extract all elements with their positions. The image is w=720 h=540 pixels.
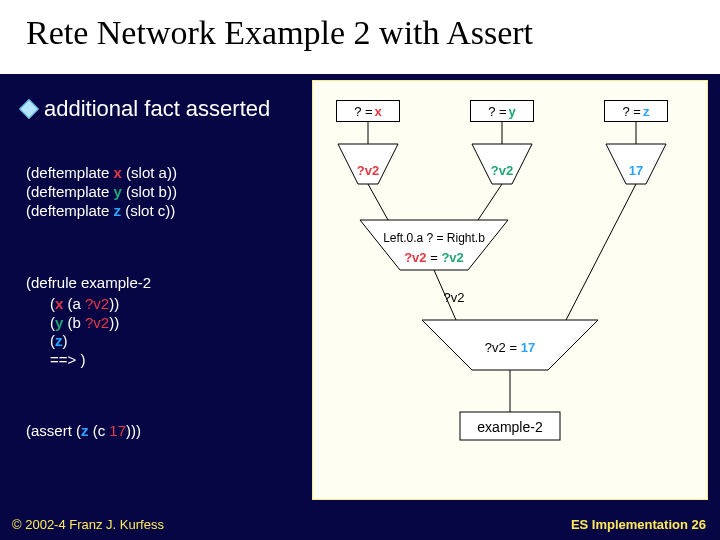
code-text: (slot b)) (122, 183, 177, 200)
footer-slide-number: ES Implementation 26 (571, 517, 706, 532)
code-text: )) (109, 314, 119, 331)
code-text: (slot a)) (122, 164, 177, 181)
code-text: (b (63, 314, 85, 331)
slide-title: Rete Network Example 2 with Assert (0, 0, 720, 74)
code-text: (deftemplate (26, 164, 114, 181)
template-name-z: z (114, 202, 122, 219)
footer-label: ES Implementation (571, 517, 688, 532)
alpha-y-value: ?v2 (491, 163, 513, 178)
join1-eq-mid: = (427, 250, 442, 265)
bullet-text: additional fact asserted (44, 96, 270, 122)
assert-val: 17 (109, 422, 126, 439)
join1-eq-right: ?v2 (441, 250, 463, 265)
code-text: ) (63, 332, 68, 349)
bullet-item: additional fact asserted (22, 96, 270, 122)
bullet-icon (19, 99, 39, 119)
defrule-block: (defrule example-2 (x (a ?v2)) (y (b ?v2… (26, 274, 151, 370)
slide-body: additional fact asserted (deftemplate x … (0, 74, 720, 540)
join1-out: ?v2 (444, 290, 465, 305)
rule-head: (defrule example-2 (26, 274, 151, 293)
code-text: (deftemplate (26, 202, 114, 219)
var-v2: ?v2 (85, 314, 109, 331)
code-text: (slot c)) (121, 202, 175, 219)
svg-line-7 (478, 184, 502, 220)
join2-eq: ?v2 = 17 (485, 340, 535, 355)
svg-line-6 (368, 184, 388, 220)
footer-copyright: © 2002-4 Franz J. Kurfess (12, 517, 164, 532)
alpha-x-value: ?v2 (357, 163, 379, 178)
diagram-svg (312, 80, 708, 500)
code-text: (c (89, 422, 110, 439)
assert-block: (assert (z (c 17))) (26, 422, 141, 441)
alpha-z-value: 17 (629, 163, 643, 178)
pattern-z: z (55, 332, 63, 349)
join1-eq-left: ?v2 (404, 250, 426, 265)
template-name-x: x (114, 164, 122, 181)
join2-eq-left: ?v2 (485, 340, 506, 355)
join2-eq-mid: = (506, 340, 521, 355)
code-text: ))) (126, 422, 141, 439)
rule-arrow: ==> ) (50, 351, 151, 370)
code-text: )) (109, 295, 119, 312)
terminal-node: example-2 (477, 419, 542, 435)
var-v2: ?v2 (85, 295, 109, 312)
footer-num: 26 (692, 517, 706, 532)
code-text: (deftemplate (26, 183, 114, 200)
template-name-y: y (114, 183, 122, 200)
join2-eq-right: 17 (521, 340, 535, 355)
code-text: (assert ( (26, 422, 81, 439)
join1-test: Left.0.a ? = Right.b (383, 231, 485, 245)
join1-eq: ?v2 = ?v2 (404, 250, 464, 265)
code-text: (a (63, 295, 85, 312)
svg-line-10 (566, 184, 636, 320)
deftemplate-block: (deftemplate x (slot a)) (deftemplate y … (26, 164, 177, 220)
assert-z: z (81, 422, 89, 439)
